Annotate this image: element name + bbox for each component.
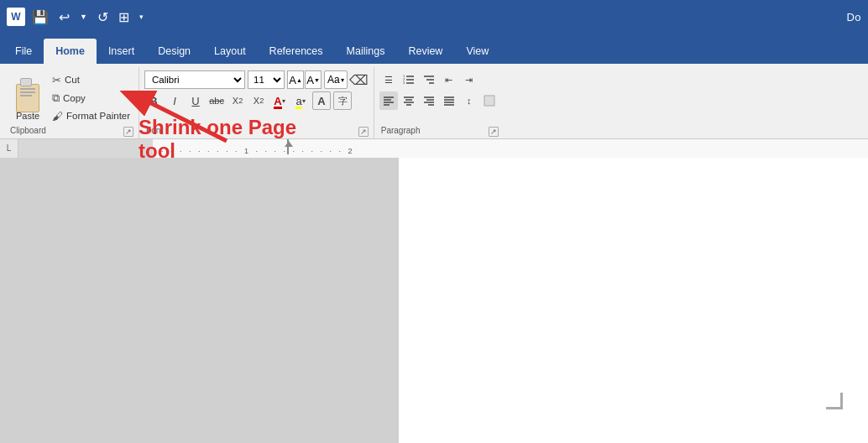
tab-mailings[interactable]: Mailings <box>335 39 397 64</box>
undo-dropdown-button[interactable]: ▼ <box>76 11 91 23</box>
numbered-list-button[interactable]: 123 <box>400 70 418 89</box>
bullet-list-button[interactable]: ☰ <box>379 70 398 89</box>
tab-layout[interactable]: Layout <box>202 39 258 64</box>
font-dialog-button[interactable]: ↗ <box>358 127 369 137</box>
character-shading-button[interactable]: 字 <box>333 91 352 110</box>
decrease-indent-button[interactable]: ⇤ <box>440 70 458 89</box>
copy-icon: ⧉ <box>52 91 60 105</box>
redo-button[interactable]: ↺ <box>94 8 112 27</box>
horizontal-ruler[interactable]: · · · · · · · · · 1 · · · · · · · · · · … <box>18 139 868 158</box>
more-qat-button[interactable]: ▾ <box>136 11 147 23</box>
justify-button[interactable] <box>440 91 458 110</box>
font-row-1: Calibri 11 A▲ A▼ Aa▾ ⌫ <box>144 70 369 89</box>
line-spacing-button[interactable]: ↕ <box>460 91 478 110</box>
font-size-select[interactable]: 11 <box>248 70 285 89</box>
copy-label: Copy <box>63 93 86 103</box>
para-row-1: ☰ 123 ⇤ ⇥ <box>379 70 478 89</box>
tab-view[interactable]: View <box>454 39 500 64</box>
save-button[interactable]: 💾 <box>29 8 52 27</box>
font-group: Calibri 11 A▲ A▼ Aa▾ ⌫ B <box>139 67 374 138</box>
paragraph-dialog-button[interactable]: ↗ <box>489 127 499 137</box>
change-case-button[interactable]: Aa▾ <box>324 70 348 89</box>
undo-button[interactable]: ↩ <box>55 8 73 27</box>
ruler-area: L · · · · · · · · · 1 · · · · · · · · · … <box>0 139 868 158</box>
align-left-button[interactable] <box>379 91 398 110</box>
page-cursor-corner <box>826 393 843 409</box>
change-case-label: Aa <box>327 74 340 86</box>
format-painter-label: Format Painter <box>66 111 130 121</box>
clipboard-group-label: Clipboard <box>8 125 46 137</box>
bold-button[interactable]: B <box>144 91 163 110</box>
format-button[interactable]: ⊞ <box>115 8 133 27</box>
font-name-select[interactable]: Calibri <box>144 70 245 89</box>
clipboard-small-buttons: ✂ Cut ⧉ Copy 🖌 Format Painter <box>49 72 133 124</box>
highlight-button[interactable]: a ▾ <box>291 91 310 110</box>
paintbrush-icon: 🖌 <box>52 110 63 122</box>
tab-insert[interactable]: Insert <box>97 39 146 64</box>
font-group-label: Font <box>144 125 163 137</box>
superscript-button[interactable]: X2 <box>249 91 268 110</box>
paste-button[interactable]: Paste <box>8 74 47 122</box>
paste-icon <box>12 76 44 111</box>
title-bar: W 💾 ↩ ▼ ↺ ⊞ ▾ Do <box>0 0 868 34</box>
font-color-A-button[interactable]: A <box>312 91 331 110</box>
svg-rect-25 <box>484 96 494 106</box>
cut-label: Cut <box>65 75 80 85</box>
tab-home[interactable]: Home <box>44 39 97 64</box>
paragraph-group-label: Paragraph <box>379 125 421 137</box>
tab-references[interactable]: References <box>258 39 335 64</box>
font-color-button[interactable]: A ▾ <box>270 91 289 110</box>
italic-button[interactable]: I <box>165 91 184 110</box>
scissors-icon: ✂ <box>52 74 61 86</box>
shrink-font-button[interactable]: A▼ <box>305 70 322 89</box>
tab-design[interactable]: Design <box>146 39 202 64</box>
ruler-marks: · · · · · · · · · 1 · · · · · · · · · · … <box>161 147 355 155</box>
copy-button[interactable]: ⧉ Copy <box>49 90 133 107</box>
document-area: Mechanicalengblog.com <box>0 158 868 443</box>
clipboard-dialog-button[interactable]: ↗ <box>123 127 133 137</box>
multilevel-list-button[interactable] <box>420 70 438 89</box>
tab-review[interactable]: Review <box>396 39 454 64</box>
document-page[interactable]: Mechanicalengblog.com <box>399 158 868 443</box>
paragraph-group: ☰ 123 ⇤ ⇥ <box>374 67 504 138</box>
word-icon: W <box>7 8 25 26</box>
tab-file[interactable]: File <box>3 39 44 64</box>
subscript-button[interactable]: X2 <box>228 91 247 110</box>
ribbon-content: Paste ✂ Cut ⧉ Copy 🖌 Format Painter <box>0 64 868 139</box>
grow-font-button[interactable]: A▲ <box>287 70 304 89</box>
ruler-corner-label: L <box>7 143 12 153</box>
ruler-corner[interactable]: L <box>0 139 18 158</box>
svg-text:3: 3 <box>403 81 405 85</box>
document-margin-left <box>0 158 399 443</box>
increase-indent-button[interactable]: ⇥ <box>460 70 478 89</box>
quick-access-toolbar: W 💾 ↩ ▼ ↺ ⊞ ▾ <box>7 8 147 27</box>
font-row-2: B I U abc X2 X2 A ▾ a <box>144 91 352 110</box>
para-row-2: ↕ <box>379 91 499 110</box>
cut-button[interactable]: ✂ Cut <box>49 72 133 88</box>
format-painter-button[interactable]: 🖌 Format Painter <box>49 108 133 124</box>
clipboard-group: Paste ✂ Cut ⧉ Copy 🖌 Format Painter <box>3 67 139 138</box>
align-center-button[interactable] <box>400 91 418 110</box>
title-text: Do <box>846 11 861 23</box>
align-right-button[interactable] <box>420 91 438 110</box>
underline-button[interactable]: U <box>186 91 205 110</box>
ribbon-tabs: File Home Insert Design Layout Reference… <box>0 34 868 64</box>
shading-button[interactable] <box>480 91 499 110</box>
clear-format-button[interactable]: ⌫ <box>350 70 369 89</box>
strikethrough-button[interactable]: abc <box>207 91 226 110</box>
